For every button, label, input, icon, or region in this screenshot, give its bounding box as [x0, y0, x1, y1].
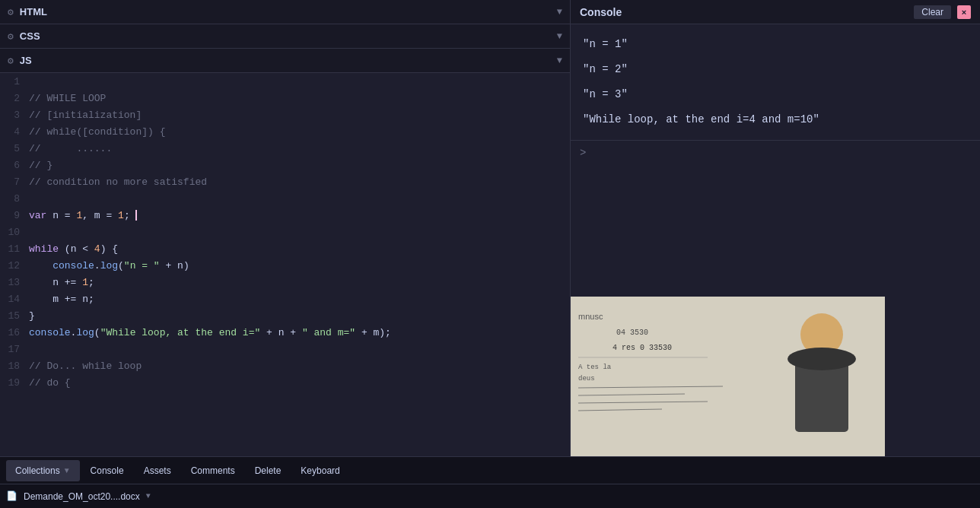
console-entry: "n = 2" [571, 57, 980, 82]
chevron-css: ▼ [557, 31, 562, 42]
collections-tab[interactable]: Collections ▼ [6, 460, 80, 481]
svg-text:deus: deus [578, 375, 595, 383]
svg-point-13 [788, 348, 856, 370]
code-editor-area[interactable]: 1 2 // WHILE LOOP 3 // [initialization] … [0, 73, 570, 456]
console-entry: "n = 3" [571, 82, 980, 107]
code-line: 1 [0, 73, 570, 90]
comments-tab[interactable]: Comments [182, 460, 244, 481]
code-line: 16 console.log("While loop, at the end i… [0, 324, 570, 341]
collections-dropdown-arrow: ▼ [63, 466, 71, 475]
js-section-header[interactable]: ⚙ JS ▼ [0, 49, 570, 73]
keyboard-tab[interactable]: Keyboard [291, 460, 348, 481]
js-header-left: ⚙ JS [8, 55, 32, 67]
code-line: 8 [0, 190, 570, 207]
file-bar: 📄 Demande_OM_oct20....docx ▼ [0, 484, 980, 508]
code-line: 19 // do { [0, 374, 570, 391]
console-top: Console Clear × "n = 1" "n = 2" "n = 3" … [571, 0, 980, 297]
svg-text:mnusc: mnusc [578, 312, 603, 321]
code-line: 15 } [0, 307, 570, 324]
code-line: 2 // WHILE LOOP [0, 90, 570, 106]
console-header: Console Clear × [571, 0, 980, 24]
clear-button[interactable]: Clear [914, 5, 951, 19]
code-line: 9 var n = 1, m = 1; [0, 207, 570, 224]
console-panel: Console Clear × "n = 1" "n = 2" "n = 3" … [571, 0, 980, 456]
gear-icon-css: ⚙ [8, 30, 14, 43]
file-dropdown-arrow[interactable]: ▼ [146, 492, 151, 500]
file-name: Demande_OM_oct20....docx [24, 491, 140, 502]
keyboard-label: Keyboard [301, 465, 339, 476]
console-entry: "While loop, at the end i=4 and m=10" [571, 107, 980, 132]
console-controls: Clear × [914, 5, 971, 19]
svg-text:4 res 0 33530: 4 res 0 33530 [612, 344, 672, 352]
editor-panel: ⚙ HTML ▼ ⚙ CSS ▼ ⚙ JS ▼ [0, 0, 571, 456]
assets-tab[interactable]: Assets [135, 460, 180, 481]
console-tab[interactable]: Console [81, 460, 133, 481]
chevron-js: ▼ [557, 56, 562, 66]
code-line: 6 // } [0, 157, 570, 173]
console-entry: "n = 1" [571, 32, 980, 57]
whiteboard-svg: mnusc 04 3530 4 res 0 33530 A tes la deu… [571, 297, 885, 456]
console-output: "n = 1" "n = 2" "n = 3" "While loop, at … [571, 24, 980, 140]
code-line: 5 // ...... [0, 140, 570, 157]
chevron-html: ▼ [557, 7, 562, 17]
css-header-left: ⚙ CSS [8, 30, 40, 43]
svg-text:04 3530: 04 3530 [616, 329, 648, 337]
file-icon: 📄 [6, 491, 18, 502]
console-prompt: > [580, 147, 586, 159]
css-section-header[interactable]: ⚙ CSS ▼ [0, 24, 570, 49]
delete-tab[interactable]: Delete [246, 460, 291, 481]
console-label: Console [91, 465, 124, 476]
main-area: ⚙ HTML ▼ ⚙ CSS ▼ ⚙ JS ▼ [0, 0, 980, 456]
code-line: 7 // condition no more satisfied [0, 173, 570, 190]
code-line: 17 [0, 341, 570, 357]
svg-text:A tes la: A tes la [578, 364, 612, 371]
css-section-title: CSS [20, 30, 40, 42]
gear-icon-html: ⚙ [8, 6, 14, 18]
gear-icon-js: ⚙ [8, 55, 14, 67]
code-line: 12 console.log("n = " + n) [0, 257, 570, 274]
code-line: 10 [0, 224, 570, 240]
comments-label: Comments [191, 465, 235, 476]
delete-label: Delete [255, 465, 282, 476]
bottom-toolbar: Collections ▼ Console Assets Comments De… [0, 456, 980, 484]
code-line: 11 while (n < 4) { [0, 240, 570, 257]
code-line: 3 // [initialization] [0, 106, 570, 123]
code-line: 14 m += n; [0, 291, 570, 307]
video-area: mnusc 04 3530 4 res 0 33530 A tes la deu… [571, 297, 885, 456]
html-section-title: HTML [20, 6, 47, 17]
html-header-left: ⚙ HTML [8, 6, 47, 18]
console-input-line: > [571, 140, 980, 165]
code-line: 4 // while([condition]) { [0, 123, 570, 140]
whiteboard-background: mnusc 04 3530 4 res 0 33530 A tes la deu… [571, 297, 885, 456]
html-section-header[interactable]: ⚙ HTML ▼ [0, 0, 570, 24]
close-button[interactable]: × [957, 5, 971, 19]
code-line: 18 // Do... while loop [0, 357, 570, 374]
code-line: 13 n += 1; [0, 274, 570, 291]
console-title: Console [580, 6, 622, 18]
js-section-title: JS [20, 55, 32, 66]
code-lines: 1 2 // WHILE LOOP 3 // [initialization] … [0, 73, 570, 391]
assets-label: Assets [144, 465, 171, 476]
collections-label: Collections [15, 465, 60, 476]
